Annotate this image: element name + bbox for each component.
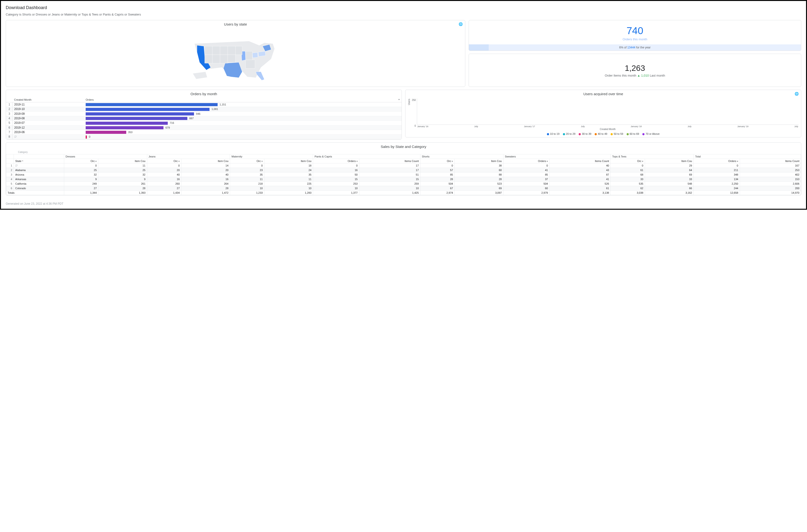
null-icon [14,135,17,138]
orders-col[interactable]: Orc▾ [64,159,98,163]
sales-table: Category DressesJeansMaternityPants & Ca… [6,150,801,195]
table-row[interactable]: 3Arizona32324040353550518588858768693484… [6,172,801,177]
items-col[interactable]: Item Cou [264,159,313,163]
legend-item: 30 to 39 [579,132,591,135]
orders-bar-cell[interactable]: 716 [84,121,401,125]
footer-timestamp: Generated on June 23, 2022 at 4:36 PM PD… [6,202,801,205]
svg-rect-5 [205,55,212,63]
svg-rect-10 [246,60,255,68]
legend-item: 20 to 29 [563,132,576,135]
orders-kpi-value: 740 [626,25,643,37]
items-col[interactable]: Items Count [740,159,801,163]
state-cell[interactable]: Arkansas [14,177,64,181]
orders-col[interactable]: Orders▾ [503,159,549,163]
table-row[interactable]: 6Colorado2728272810101010676960616266244… [6,186,801,190]
orders-col[interactable]: Orc▾ [420,159,454,163]
users-acquired-title: Users acquired over time [406,90,801,97]
y-axis-label: Users [408,99,410,105]
orders-col[interactable]: Orc▾ [230,159,264,163]
users-by-state-card: 🌐 Users by state [6,20,465,87]
month-cell[interactable]: 2019-08 [12,116,84,120]
orders-bar-cell[interactable]: 0 [84,135,401,139]
row-index: 2 [6,107,12,111]
legend-item: 70 or Above [642,132,659,135]
row-index: 6 [6,125,12,130]
table-row[interactable]: 10110140180170380400290167 [6,163,801,168]
orders-bar-cell[interactable]: 946 [84,111,401,116]
category-header[interactable]: Total [694,154,801,159]
orders-bar-cell[interactable]: 679 [84,125,401,130]
orders-by-month-title: Orders by month [6,90,401,97]
state-cell[interactable]: Arizona [14,172,64,177]
x-axis-label: Created Month [417,128,799,131]
legend-item: 10 to 19 [547,132,560,135]
orders-col[interactable]: Orc▾ [611,159,645,163]
month-cell[interactable]: 2019-10 [12,107,84,111]
month-cell[interactable]: 2019-11 [12,102,84,107]
table-row[interactable]: 4Arkansas9916161111151528283741333313415… [6,177,801,181]
orders-col[interactable]: Orders▾ [313,159,359,163]
orders-col[interactable]: Orders▾ [694,159,740,163]
items-kpi-value: 1,263 [625,63,645,73]
category-header[interactable]: Maternity [230,154,313,159]
state-cell[interactable]: Colorado [14,186,64,190]
svg-rect-2 [220,46,228,55]
category-header[interactable]: Tops & Tees [611,154,694,159]
row-index: 4 [6,116,12,120]
page-title: Download Dashboard [6,5,801,10]
month-cell[interactable]: 2019-07 [12,121,84,125]
items-kpi-delta: ▲ 1,010 [637,74,649,77]
category-header[interactable]: Pants & Capris [313,154,420,159]
svg-rect-6 [212,55,220,63]
state-header[interactable]: State^ [14,159,64,163]
us-map[interactable] [6,28,465,87]
users-acquired-card: 🌐 Users acquired over time Users 2500 Ja… [405,90,801,137]
orders-bar-cell[interactable]: 353 [84,130,401,134]
category-header[interactable]: Sweaters [503,154,611,159]
items-col[interactable]: Item Cou [98,159,147,163]
svg-rect-7 [220,55,228,63]
sales-title: Sales by State and Category [6,142,801,150]
row-index: 8 [6,135,12,139]
orders-bar-cell[interactable]: 1,081 [84,107,401,111]
sales-by-state-card: Sales by State and Category Category Dre… [6,142,801,195]
filter-description: Category is Shorts or Dresses or Jeans o… [6,13,801,16]
svg-rect-0 [205,46,212,55]
month-cell[interactable]: 2019-09 [12,111,84,116]
state-cell[interactable]: Alabama [14,168,64,172]
month-cell[interactable]: 2019-06 [12,130,84,134]
state-cell[interactable] [14,163,64,168]
month-cell[interactable] [12,135,84,139]
row-index: 1 [6,102,12,107]
items-col[interactable]: Items Count [359,159,420,163]
col-orders[interactable]: Orders▾ [84,97,401,102]
orders-this-month-card: 740 Orders this month 6% of 13444 for th… [469,20,801,51]
legend-item: 50 to 59 [611,132,623,135]
table-row[interactable]: 2Alabama25252020232416175760414361642112… [6,168,801,172]
items-col[interactable]: Item Cou [181,159,230,163]
month-cell[interactable]: 2019-12 [12,125,84,130]
orders-progress-bar: 6% of 13444 for the year [469,44,801,51]
orders-bar-cell[interactable]: 887 [84,116,401,120]
col-created-month[interactable]: Created Month [12,97,84,102]
orders-col[interactable]: Orc▾ [147,159,181,163]
category-header[interactable]: Dresses [64,154,147,159]
items-col[interactable]: Items Count [549,159,611,163]
category-header[interactable]: Jeans [147,154,230,159]
svg-rect-3 [228,46,236,55]
category-header[interactable]: Shorts [420,154,503,159]
orders-by-month-table: Created Month Orders▾ 1 2019-11 1,151 2 … [6,97,401,139]
legend-item: 40 to 49 [595,132,607,135]
state-cell[interactable]: California [14,181,64,186]
orders-pct: 6% [619,46,623,49]
globe-icon: 🌐 [458,22,463,26]
totals-label: Totals [6,190,64,195]
table-row[interactable]: 5California24926126026421822525325950452… [6,181,801,186]
order-items-card: 1,263 Order Items this month ▲ 1,010 Las… [469,54,801,87]
legend-item: 60 to 69 [626,132,639,135]
users-over-time-chart[interactable] [417,98,799,125]
orders-bar-cell[interactable]: 1,151 [84,102,401,107]
globe-icon: 🌐 [794,92,799,96]
items-col[interactable]: Item Cou [645,159,693,163]
items-col[interactable]: Item Cou [454,159,503,163]
